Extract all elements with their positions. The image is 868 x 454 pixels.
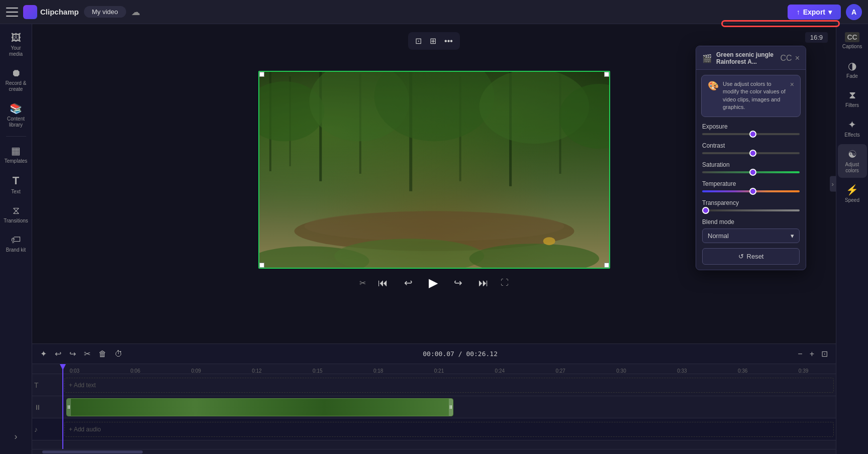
cut-tool-button[interactable]: ✂ (359, 278, 366, 288)
rewind-button[interactable]: ↩ (400, 275, 417, 291)
transparency-label: Transparency (702, 199, 800, 206)
saturation-slider-track[interactable] (702, 171, 800, 173)
tooltip-emoji: 🎨 (708, 80, 719, 91)
text-track-row: T + Add text (32, 374, 836, 396)
video-placeholder (259, 72, 609, 268)
transparency-slider-thumb[interactable] (702, 207, 709, 214)
handle-bottom-right[interactable] (604, 263, 609, 268)
audio-track-label: ♪ (34, 425, 64, 433)
handle-bottom-left[interactable] (259, 263, 264, 268)
contrast-slider-track[interactable] (702, 152, 800, 154)
sidebar-item-label-record: Record &create (6, 80, 27, 92)
transparency-slider-track[interactable] (702, 209, 800, 211)
fit-to-window-button[interactable]: ⊡ (819, 347, 830, 361)
sidebar-item-content-library[interactable]: 📚 Content library (2, 98, 30, 132)
video-clip[interactable]: ⏸ ⏸ (66, 398, 453, 416)
scroll-thumb[interactable] (42, 450, 143, 453)
exposure-slider-track[interactable] (702, 133, 800, 135)
right-panel: CC Captions ◑ Fade ⧗ Filters ✦ Effects ☯… (836, 24, 868, 454)
saturation-slider-thumb[interactable] (749, 169, 756, 176)
panel-title-row: 🎬 Green scenic jungle Rainforest A... (702, 51, 781, 65)
fullscreen-button[interactable]: ⛶ (501, 278, 509, 287)
effects-icon: ✦ (848, 119, 856, 131)
panel-header: 🎬 Green scenic jungle Rainforest A... CC… (696, 46, 806, 70)
right-panel-item-speed[interactable]: ⚡ Speed (838, 180, 867, 207)
panel-clip-title: Green scenic jungle Rainforest A... (716, 51, 781, 65)
sidebar-item-brand-kit[interactable]: 🏷 Brand kit (2, 230, 30, 257)
play-button[interactable]: ▶ (425, 274, 442, 292)
brand-kit-icon: 🏷 (11, 234, 21, 246)
timeline-scrollbar[interactable] (32, 449, 836, 454)
panel-captions-button[interactable]: CC (781, 54, 792, 63)
filters-label: Filters (845, 102, 859, 108)
sidebar-item-label-content: Content library (5, 116, 27, 128)
contrast-slider-thumb[interactable] (749, 150, 756, 157)
ruler-mark-11: 0:33 (651, 368, 712, 374)
zoom-in-button[interactable]: + (808, 347, 816, 361)
avatar[interactable]: A (846, 4, 862, 20)
redo-button[interactable]: ↪ (67, 347, 78, 361)
video-frame (258, 71, 610, 269)
duration-button[interactable]: ⏱ (113, 348, 125, 361)
clip-handle-left[interactable]: ⏸ (67, 399, 71, 416)
panel-close-button[interactable]: × (795, 54, 800, 63)
export-chevron-icon: ▾ (828, 8, 832, 16)
tooltip-close-button[interactable]: × (790, 80, 794, 88)
project-name[interactable]: My video (84, 6, 126, 18)
zoom-out-button[interactable]: − (796, 347, 804, 361)
export-button[interactable]: ↑ Export ▾ (788, 5, 841, 20)
sidebar-item-your-media[interactable]: 🖼 Your media (2, 28, 30, 61)
temperature-slider-track[interactable] (702, 190, 800, 192)
exposure-slider-thumb[interactable] (749, 131, 756, 138)
zoom-controls: − + ⊡ (796, 347, 830, 361)
skip-to-end-button[interactable]: ⏭ (474, 275, 493, 291)
right-panel-item-captions[interactable]: CC Captions (838, 28, 867, 54)
right-panel-item-fade[interactable]: ◑ Fade (838, 56, 867, 83)
more-options-button[interactable]: ••• (442, 35, 455, 48)
handle-top-left[interactable] (259, 72, 264, 77)
timeline-toolbar: ✦ ↩ ↪ ✂ 🗑 ⏱ 00:00.07 / 00:26.12 − + ⊡ (32, 344, 836, 364)
temperature-slider-thumb[interactable] (749, 188, 756, 195)
video-track-pause-icon: ⏸ (34, 403, 41, 411)
playhead[interactable] (62, 364, 63, 449)
audio-track-icon: ♪ (34, 425, 38, 433)
right-panel-item-adjust-colors[interactable]: ☯ Adjust colors (838, 144, 867, 178)
topbar-right: ↑ Export ▾ A (788, 4, 862, 20)
contrast-label: Contrast (702, 142, 800, 149)
skip-to-start-button[interactable]: ⏮ (374, 275, 392, 291)
sidebar-item-text[interactable]: T Text (2, 170, 30, 199)
reset-button[interactable]: ↺ Reset (702, 248, 800, 265)
blend-mode-chevron-icon: ▾ (791, 232, 794, 240)
crop-button[interactable]: ⊡ (413, 34, 424, 48)
right-panel-item-filters[interactable]: ⧗ Filters (838, 85, 867, 112)
blend-mode-section: Blend mode Normal ▾ (702, 218, 800, 243)
delete-button[interactable]: 🗑 (97, 348, 109, 361)
collapse-panel-arrow[interactable]: › (830, 176, 836, 192)
fast-forward-button[interactable]: ↪ (450, 275, 466, 291)
blend-mode-dropdown[interactable]: Normal ▾ (702, 229, 800, 243)
hamburger-menu-icon[interactable] (6, 8, 18, 17)
ruler-mark-10: 0:30 (591, 368, 652, 374)
handle-top-right[interactable] (604, 72, 609, 77)
right-panel-item-effects[interactable]: ✦ Effects (838, 115, 867, 142)
add-audio-button[interactable]: + Add audio (64, 422, 834, 437)
resize-button[interactable]: ⊞ (428, 34, 438, 48)
undo-button[interactable]: ↩ (53, 347, 63, 361)
reset-label: Reset (747, 253, 764, 260)
audio-track-row: ♪ + Add audio (32, 418, 836, 440)
current-time: 00:00.07 (423, 350, 454, 358)
your-media-icon: 🖼 (11, 32, 21, 44)
sidebar-item-record-create[interactable]: ⏺ Record &create (2, 63, 30, 96)
add-text-button[interactable]: + Add text (64, 378, 834, 393)
magic-tool-button[interactable]: ✦ (38, 347, 49, 361)
sidebar-item-label-text: Text (11, 189, 20, 195)
captions-label: Captions (842, 44, 862, 50)
sidebar-item-transitions[interactable]: ⧖ Transitions (2, 201, 30, 228)
cut-button[interactable]: ✂ (82, 347, 92, 361)
sidebar-collapse-button[interactable]: › (11, 427, 22, 446)
reset-icon: ↺ (738, 253, 744, 260)
panel-clip-icon: 🎬 (702, 54, 712, 63)
sidebar-item-templates[interactable]: ▦ Templates (2, 141, 30, 168)
clip-handle-right[interactable]: ⏸ (449, 399, 453, 416)
text-icon: T (13, 174, 19, 187)
